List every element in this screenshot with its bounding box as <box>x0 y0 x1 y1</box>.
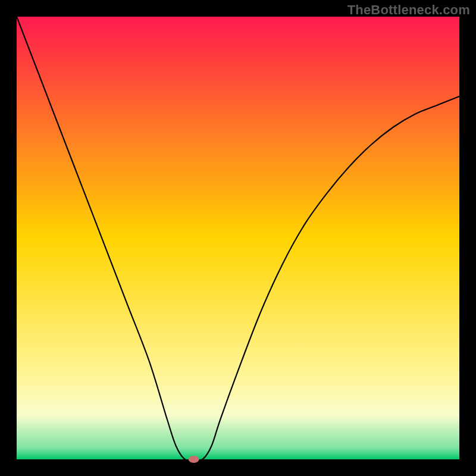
watermark-text: TheBottleneck.com <box>347 2 470 18</box>
chart-plot-area <box>17 17 459 459</box>
min-marker-dot <box>189 456 199 463</box>
bottleneck-chart <box>0 0 476 476</box>
